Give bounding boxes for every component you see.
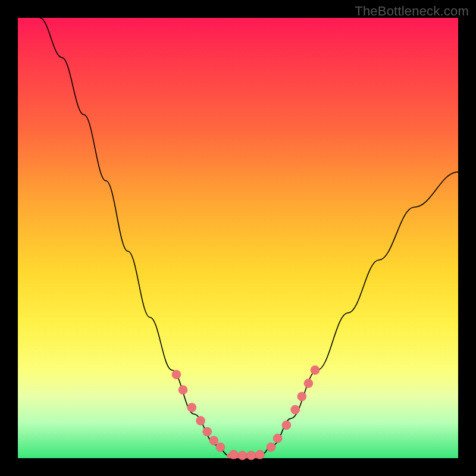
- highlight-dot: [273, 434, 282, 443]
- highlight-dot: [172, 370, 181, 379]
- watermark-label: TheBottleneck.com: [355, 4, 469, 19]
- chart-svg: [18, 18, 458, 458]
- curve-path: [40, 18, 458, 458]
- highlight-dots: [172, 366, 320, 461]
- chart-frame: TheBottleneck.com: [0, 0, 476, 476]
- highlight-dot: [238, 451, 247, 460]
- highlight-dot: [247, 451, 256, 460]
- highlight-dot: [196, 416, 205, 425]
- highlight-dot: [298, 392, 306, 401]
- highlight-dot: [216, 443, 225, 452]
- highlight-dot: [178, 386, 187, 394]
- highlight-dot: [203, 427, 212, 436]
- highlight-dot: [311, 366, 320, 375]
- highlight-dot: [304, 379, 313, 388]
- highlight-dot: [256, 450, 265, 459]
- highlight-dot: [291, 405, 300, 414]
- highlight-dot: [187, 403, 196, 412]
- highlight-dot: [267, 443, 275, 452]
- highlight-dot: [229, 450, 238, 459]
- highlight-dot: [209, 436, 218, 445]
- highlight-dot: [282, 421, 291, 430]
- plot-area: [18, 18, 458, 458]
